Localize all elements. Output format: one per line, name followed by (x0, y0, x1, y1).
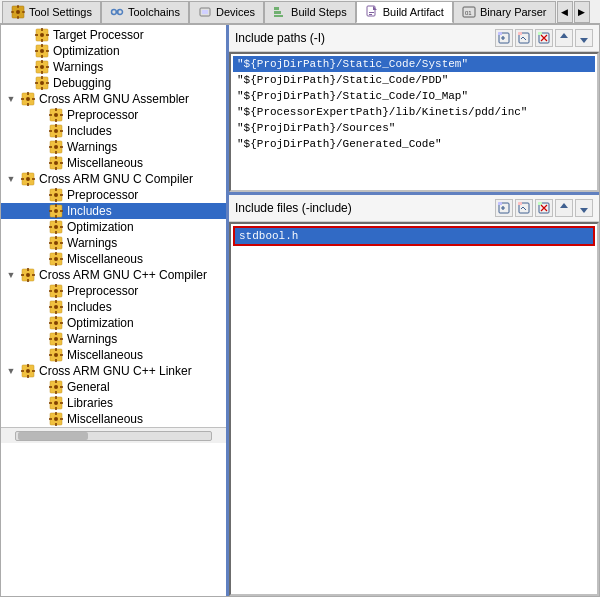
tree-item-c-preprocessor[interactable]: Preprocessor (1, 187, 226, 203)
svg-rect-33 (41, 60, 43, 63)
svg-rect-131 (49, 322, 52, 324)
include-files-down-btn[interactable] (575, 199, 593, 217)
include-files-edit-btn[interactable] (515, 199, 533, 217)
tree-scroll-thumb[interactable] (18, 432, 88, 440)
include-files-add-btn[interactable] (495, 199, 513, 217)
svg-rect-30 (46, 50, 49, 52)
tab-binary-parser[interactable]: 01 Binary Parser (453, 1, 556, 23)
svg-rect-130 (55, 327, 57, 330)
tab-bar: Tool Settings Toolchains Devices Build S… (0, 0, 600, 24)
tree-item-label: Miscellaneous (67, 412, 143, 426)
include-paths-up-btn[interactable] (555, 29, 573, 47)
tree-item-asm-preprocessor[interactable]: Preprocessor (1, 107, 226, 123)
svg-rect-75 (27, 172, 29, 175)
tree-item-asm-includes[interactable]: Includes (1, 123, 226, 139)
c-optimization-icon (48, 220, 64, 234)
include-files-list[interactable]: stdbool.h (229, 222, 599, 596)
tree-item-optimization[interactable]: Optimization (1, 43, 226, 59)
svg-rect-42 (46, 82, 49, 84)
svg-rect-66 (60, 146, 63, 148)
tree-item-label: Preprocessor (67, 188, 138, 202)
tree-item-cross-arm-c[interactable]: ▼ Cross ARM GNU C Compiler (1, 171, 226, 187)
tree-item-cpp-warnings[interactable]: Warnings (1, 331, 226, 347)
svg-rect-170 (498, 32, 502, 35)
svg-rect-165 (55, 412, 57, 415)
svg-rect-100 (55, 247, 57, 250)
tree-item-linker-general[interactable]: General (1, 379, 226, 395)
include-path-item-2[interactable]: "${ProjDirPath}/Static_Code/PDD" (233, 72, 595, 88)
svg-rect-101 (49, 242, 52, 244)
tree-item-cpp-preprocessor[interactable]: Preprocessor (1, 283, 226, 299)
include-path-item-1[interactable]: "${ProjDirPath}/Static_Code/System" (233, 56, 595, 72)
tab-tool-settings[interactable]: Tool Settings (2, 1, 101, 23)
cpp-collapse-icon[interactable]: ▼ (5, 269, 17, 281)
include-path-item-6[interactable]: "${ProjDirPath}/Generated_Code" (233, 136, 595, 152)
include-paths-delete-btn[interactable] (535, 29, 553, 47)
include-paths-add-btn[interactable] (495, 29, 513, 47)
svg-rect-148 (27, 375, 29, 378)
collapse-icon[interactable]: ▼ (5, 93, 17, 105)
tree-item-c-includes[interactable]: Includes (1, 203, 226, 219)
tree-item-warnings[interactable]: Warnings (1, 59, 226, 75)
include-path-item-3[interactable]: "${ProjDirPath}/Static_Code/IO_Map" (233, 88, 595, 104)
tree-item-debugging[interactable]: Debugging (1, 75, 226, 91)
tree-item-cpp-misc[interactable]: Miscellaneous (1, 347, 226, 363)
tree-item-linker-libraries[interactable]: Libraries (1, 395, 226, 411)
include-path-item-4[interactable]: "${ProcessorExpertPath}/lib/Kinetis/pdd/… (233, 104, 595, 120)
svg-rect-156 (60, 386, 63, 388)
svg-rect-27 (41, 44, 43, 47)
svg-point-68 (54, 161, 58, 165)
tab-nav-left[interactable]: ◀ (557, 1, 573, 23)
tree-item-label: Cross ARM GNU Assembler (39, 92, 189, 106)
tree-item-asm-warnings[interactable]: Warnings (1, 139, 226, 155)
tab-build-steps[interactable]: Build Steps (264, 1, 356, 23)
tree-item-cross-arm-asm[interactable]: ▼ Cross ARM GNU Assembler (1, 91, 226, 107)
tree-item-target-processor[interactable]: Target Processor (1, 27, 226, 43)
tab-toolchains[interactable]: Toolchains (101, 1, 189, 23)
tree-item-label: Warnings (67, 332, 117, 346)
c-misc-icon (48, 252, 64, 266)
tab-devices[interactable]: Devices (189, 1, 264, 23)
tree-scroll-track[interactable] (15, 431, 212, 441)
svg-point-164 (54, 417, 58, 421)
tree-item-cpp-optimization[interactable]: Optimization (1, 315, 226, 331)
linker-collapse-icon[interactable]: ▼ (5, 365, 17, 377)
tree-item-asm-misc[interactable]: Miscellaneous (1, 155, 226, 171)
tree-item-linker-misc[interactable]: Miscellaneous (1, 411, 226, 427)
tab-nav-right[interactable]: ▶ (574, 1, 590, 23)
tree-h-scrollbar[interactable] (1, 427, 226, 443)
include-path-item-5[interactable]: "${ProjDirPath}/Sources" (233, 120, 595, 136)
svg-point-1 (16, 10, 20, 14)
svg-rect-29 (35, 50, 38, 52)
include-paths-title: Include paths (-I) (235, 31, 325, 45)
include-file-item-1[interactable]: stdbool.h (233, 226, 595, 246)
include-files-delete-btn[interactable] (535, 199, 553, 217)
svg-rect-178 (518, 202, 522, 205)
tree-item-cross-arm-linker[interactable]: ▼ Cross ARM GNU C++ Linker (1, 363, 226, 379)
tree-item-cross-arm-cpp[interactable]: ▼ Cross ARM GNU C++ Compiler (1, 267, 226, 283)
svg-rect-58 (55, 135, 57, 138)
svg-rect-87 (55, 204, 57, 207)
devices-icon (198, 5, 212, 19)
include-files-up-btn[interactable] (555, 199, 573, 217)
svg-rect-2 (17, 5, 19, 8)
include-paths-list[interactable]: "${ProjDirPath}/Static_Code/System" "${P… (229, 52, 599, 192)
tree-item-cpp-includes[interactable]: Includes (1, 299, 226, 315)
svg-point-44 (26, 97, 30, 101)
svg-rect-143 (49, 354, 52, 356)
svg-point-62 (54, 145, 58, 149)
tree-item-c-optimization[interactable]: Optimization (1, 219, 226, 235)
tree-item-c-warnings[interactable]: Warnings (1, 235, 226, 251)
debugging-icon (34, 76, 50, 90)
c-collapse-icon[interactable]: ▼ (5, 173, 17, 185)
tree-item-c-misc[interactable]: Miscellaneous (1, 251, 226, 267)
svg-rect-166 (55, 423, 57, 426)
include-paths-down-btn[interactable] (575, 29, 593, 47)
cpp-warnings-icon (48, 332, 64, 346)
tab-build-artifact[interactable]: Build Artifact (356, 1, 453, 23)
asm-misc-icon (48, 156, 64, 170)
include-paths-edit-btn[interactable] (515, 29, 533, 47)
tab-tool-settings-label: Tool Settings (29, 6, 92, 18)
tab-devices-label: Devices (216, 6, 255, 18)
svg-rect-161 (49, 402, 52, 404)
